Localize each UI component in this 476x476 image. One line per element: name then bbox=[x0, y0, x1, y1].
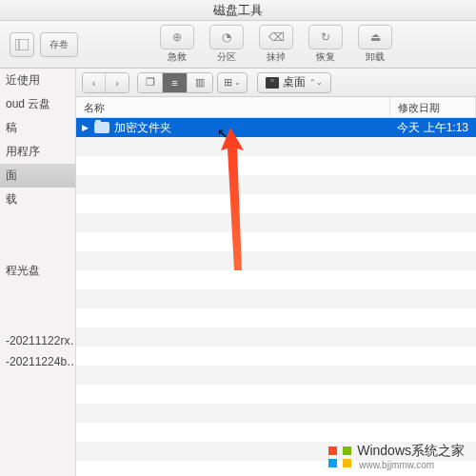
svg-rect-0 bbox=[15, 39, 29, 50]
disclosure-triangle-icon[interactable]: ▶ bbox=[80, 123, 89, 132]
folder-icon bbox=[94, 122, 109, 133]
add-volume-button[interactable]: 存卷 bbox=[40, 32, 78, 57]
view-columns-button[interactable]: ▥ bbox=[188, 73, 212, 92]
first-aid-button[interactable]: ⊕ 急救 bbox=[152, 25, 202, 64]
sidebar-tag-2[interactable]: -20211224b… bbox=[0, 351, 75, 372]
erase-button[interactable]: ⌫ 抹掉 bbox=[251, 25, 301, 64]
partition-button[interactable]: ◔ 分区 bbox=[202, 25, 251, 64]
file-date: 今天 上午1:13 bbox=[390, 120, 476, 136]
toolbar: 存卷 ⊕ 急救 ◔ 分区 ⌫ 抹掉 ↻ 恢复 bbox=[0, 21, 476, 69]
location-selector[interactable]: 桌面 ⌃⌄ bbox=[257, 72, 331, 93]
first-aid-icon: ⊕ bbox=[172, 30, 182, 44]
group-icon: ⊞ bbox=[224, 76, 232, 89]
header-name[interactable]: 名称 bbox=[76, 97, 390, 117]
erase-icon: ⌫ bbox=[268, 30, 285, 44]
nav-back-button[interactable]: ‹ bbox=[83, 73, 106, 92]
file-list[interactable]: ▶ 加密文件夹 今天 上午1:13 bbox=[76, 118, 476, 476]
sidebar-desktop[interactable]: 面 bbox=[0, 164, 75, 188]
file-row-encrypted-folder[interactable]: ▶ 加密文件夹 今天 上午1:13 bbox=[76, 118, 476, 137]
nav-forward-button[interactable]: › bbox=[106, 73, 129, 92]
location-label: 桌面 bbox=[283, 74, 306, 90]
partition-icon: ◔ bbox=[222, 30, 231, 44]
chevron-updown-icon: ⌃⌄ bbox=[309, 78, 323, 87]
add-volume-label: 存卷 bbox=[50, 38, 69, 51]
sidebar-downloads[interactable]: 载 bbox=[0, 188, 75, 211]
sidebar-applications[interactable]: 用程序 bbox=[0, 140, 75, 164]
file-name: 加密文件夹 bbox=[114, 120, 390, 136]
sidebar-icloud[interactable]: oud 云盘 bbox=[0, 92, 75, 116]
unmount-icon: ⏏ bbox=[370, 30, 381, 44]
view-list-button[interactable]: ≡ bbox=[163, 73, 188, 92]
sidebar-recents[interactable]: 近使用 bbox=[0, 69, 75, 92]
chevron-down-icon: ⌄ bbox=[234, 78, 241, 87]
nav-back-forward[interactable]: ‹ › bbox=[82, 72, 129, 93]
unmount-button[interactable]: ⏏ 卸载 bbox=[350, 25, 400, 64]
disk-utility-window: 磁盘工具 存卷 ⊕ 急救 ◔ 分区 ⌫ 抹 bbox=[0, 0, 476, 476]
view-mode-segment[interactable]: ❐ ≡ ▥ bbox=[137, 72, 213, 93]
sidebar-drafts[interactable]: 稿 bbox=[0, 116, 75, 140]
view-icons-button[interactable]: ❐ bbox=[138, 73, 163, 92]
restore-icon: ↻ bbox=[321, 30, 330, 44]
window-title: 磁盘工具 bbox=[213, 3, 263, 17]
desktop-icon bbox=[266, 77, 279, 89]
sidebar-remote-disc[interactable]: 程光盘 bbox=[0, 259, 75, 283]
pathbar: ‹ › ❐ ≡ ▥ ⊞ ⌄ 桌面 ⌃⌄ bbox=[76, 69, 476, 97]
group-by-button[interactable]: ⊞ ⌄ bbox=[217, 72, 248, 93]
show-sidebar-button[interactable] bbox=[10, 32, 34, 57]
titlebar: 磁盘工具 bbox=[0, 0, 476, 21]
sidebar: 近使用 oud 云盘 稿 用程序 面 载 程光盘 -20211122rx… -2… bbox=[0, 69, 76, 476]
header-date[interactable]: 修改日期 bbox=[390, 97, 476, 117]
column-headers: 名称 修改日期 bbox=[76, 97, 476, 118]
restore-button[interactable]: ↻ 恢复 bbox=[301, 25, 350, 64]
sidebar-tag-1[interactable]: -20211122rx… bbox=[0, 330, 75, 351]
main-panel: ‹ › ❐ ≡ ▥ ⊞ ⌄ 桌面 ⌃⌄ 名称 bbox=[76, 69, 476, 476]
